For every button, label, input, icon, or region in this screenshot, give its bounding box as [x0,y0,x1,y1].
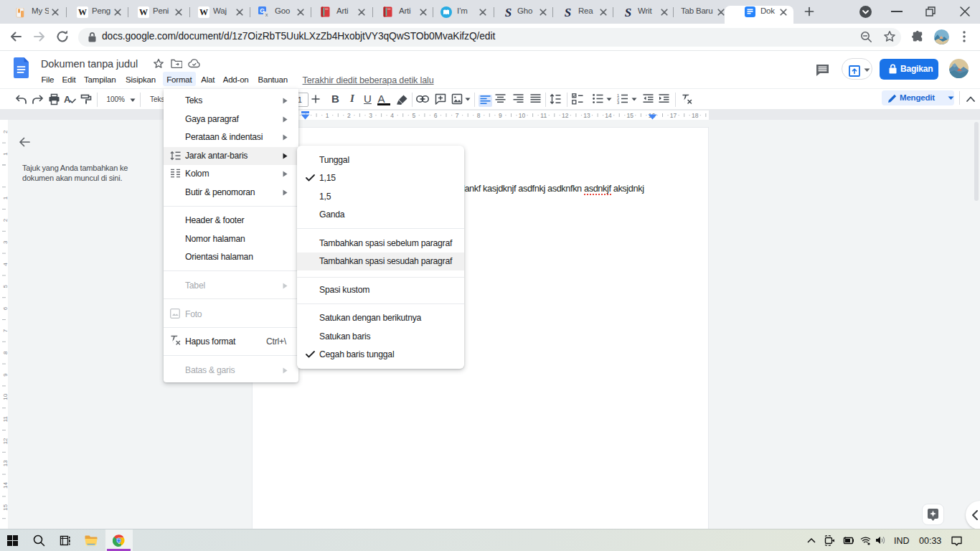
svg-text:4: 4 [2,263,8,266]
svg-text:17: 17 [670,112,677,119]
svg-text:7: 7 [456,112,459,119]
svg-text:15: 15 [627,112,634,119]
svg-text:14: 14 [2,482,8,489]
svg-text:S: S [625,6,631,18]
svg-text:12: 12 [562,112,569,119]
svg-text:3: 3 [369,112,372,119]
svg-text:10: 10 [2,393,8,400]
svg-text:2: 2 [347,112,351,119]
svg-text:A: A [64,94,71,105]
svg-text:10: 10 [519,112,526,119]
svg-text:12: 12 [2,438,8,444]
svg-text:9: 9 [2,373,8,377]
svg-text:1: 1 [2,152,8,156]
svg-text:W: W [199,7,208,17]
svg-text:11: 11 [2,415,8,422]
svg-text:15: 15 [2,504,8,510]
svg-text:3: 3 [617,100,619,104]
svg-text:6: 6 [2,306,8,310]
svg-text:11: 11 [540,112,547,119]
svg-text:3: 3 [2,240,8,244]
svg-text:2: 2 [2,218,8,222]
svg-text:6: 6 [434,112,438,119]
svg-text:S: S [505,6,512,18]
svg-text:1: 1 [2,196,8,199]
svg-text:x: x [265,11,268,18]
svg-text:13: 13 [583,112,590,119]
svg-text:W: W [78,7,87,17]
svg-text:5: 5 [2,285,8,288]
svg-text:8: 8 [2,351,8,354]
svg-text:2: 2 [2,130,8,133]
svg-text:W: W [139,7,148,17]
svg-text:14: 14 [605,112,612,119]
svg-text:8: 8 [477,112,481,119]
svg-text:9: 9 [499,112,502,119]
svg-text:13: 13 [2,460,8,466]
svg-text:5: 5 [412,112,415,119]
svg-text:7: 7 [2,329,8,332]
svg-text:18: 18 [692,112,699,119]
svg-text:4: 4 [390,112,394,119]
svg-text:1: 1 [326,112,329,119]
svg-text:S: S [565,6,571,18]
